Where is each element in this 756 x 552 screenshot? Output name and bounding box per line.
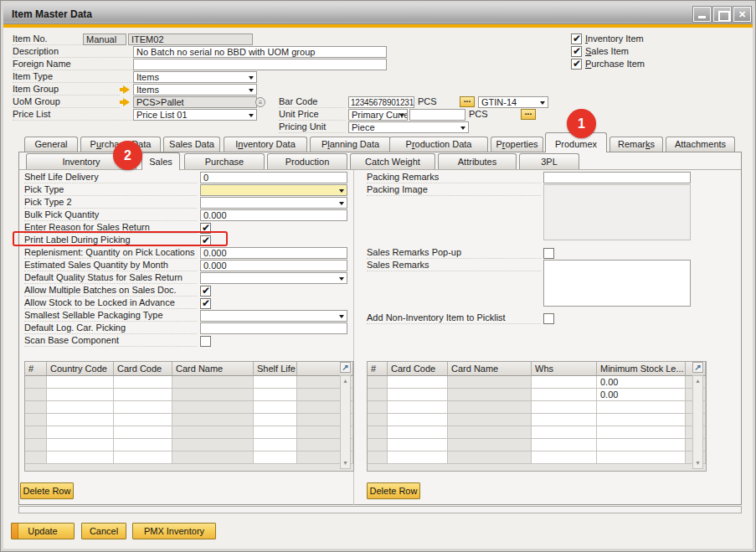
combo-smallest-sellable-packaging-type[interactable] bbox=[200, 310, 347, 322]
cell[interactable] bbox=[597, 426, 686, 439]
subtab-production[interactable]: Production bbox=[267, 153, 347, 169]
column-header-country-code[interactable]: Country Code bbox=[47, 362, 114, 376]
cell[interactable] bbox=[47, 376, 114, 389]
item-group-combo[interactable]: Items bbox=[133, 84, 257, 95]
item-no-mode-field[interactable]: Manual bbox=[83, 34, 126, 45]
cell[interactable] bbox=[368, 376, 388, 389]
cell[interactable] bbox=[25, 389, 47, 401]
bar-code-field[interactable]: 12345678901231 bbox=[348, 96, 414, 108]
cell[interactable] bbox=[532, 401, 597, 414]
cell[interactable] bbox=[172, 376, 254, 389]
field-replenisment-quantity-on-pick-locations[interactable]: 0.000 bbox=[200, 247, 347, 259]
tab-production-data[interactable]: Production Data bbox=[389, 137, 488, 152]
tab-remarks[interactable]: Remarks bbox=[609, 137, 663, 152]
cell[interactable] bbox=[172, 414, 254, 426]
delete-row-button-right[interactable]: Delete Row bbox=[367, 482, 420, 499]
cell[interactable] bbox=[172, 389, 254, 401]
cell[interactable] bbox=[448, 451, 532, 464]
update-button[interactable]: Update bbox=[11, 523, 75, 539]
cancel-button[interactable]: Cancel bbox=[81, 523, 126, 539]
cell[interactable] bbox=[388, 401, 448, 414]
cell[interactable] bbox=[25, 401, 47, 414]
title-bar[interactable]: Item Master Data bbox=[3, 3, 753, 24]
maximize-button[interactable] bbox=[713, 7, 731, 22]
foreign-name-field[interactable] bbox=[133, 59, 387, 70]
cell[interactable] bbox=[448, 426, 532, 439]
bar-code-type-combo[interactable]: GTIN-14 bbox=[478, 96, 548, 108]
scroll-up-icon[interactable]: ▲ bbox=[341, 376, 350, 386]
pmx-inventory-button[interactable]: PMX Inventory bbox=[132, 523, 216, 539]
cell[interactable] bbox=[388, 426, 448, 439]
checkbox-add-non-inventory[interactable] bbox=[543, 313, 554, 324]
checkbox-purchase-item[interactable] bbox=[571, 59, 582, 70]
subtab-attributes[interactable]: Attributes bbox=[438, 153, 517, 169]
checkbox-sales-remarks-popup[interactable] bbox=[543, 248, 554, 259]
tab-attachments[interactable]: Attachments bbox=[666, 137, 735, 152]
cell[interactable] bbox=[47, 439, 114, 451]
cell[interactable] bbox=[388, 376, 448, 389]
scroll-up-icon[interactable]: ▲ bbox=[693, 376, 702, 386]
field-estimated-sales-quantity-by-month[interactable]: 0.000 bbox=[200, 260, 347, 271]
cell[interactable] bbox=[25, 426, 47, 439]
cell[interactable] bbox=[254, 389, 297, 401]
cell[interactable] bbox=[448, 389, 532, 401]
column-header-[interactable]: # bbox=[25, 362, 47, 376]
cell[interactable] bbox=[532, 451, 597, 464]
combo-default-quality-status-for-sales-return[interactable] bbox=[200, 272, 347, 284]
field-default-log-car-picking[interactable] bbox=[200, 322, 347, 334]
cell[interactable] bbox=[172, 401, 254, 414]
cell[interactable] bbox=[114, 401, 172, 414]
cell[interactable] bbox=[388, 414, 448, 426]
bar-code-ellipsis-button[interactable]: ... bbox=[460, 96, 475, 107]
cell[interactable] bbox=[254, 451, 297, 464]
unit-price-currency-combo[interactable]: Primary Curre bbox=[348, 109, 408, 121]
unit-price-ellipsis-button[interactable]: ... bbox=[521, 109, 536, 120]
uom-group-field[interactable]: PCS>Pallet bbox=[133, 96, 257, 108]
tab-general[interactable]: General bbox=[24, 137, 78, 152]
expand-grid-icon[interactable]: ↗ bbox=[692, 362, 703, 373]
cell[interactable] bbox=[25, 414, 47, 426]
link-arrow-icon[interactable] bbox=[123, 98, 130, 106]
close-button[interactable] bbox=[733, 7, 751, 22]
checkbox-scan-base-component[interactable] bbox=[200, 336, 211, 347]
tab-inventory-data[interactable]: Inventory Data bbox=[224, 137, 307, 152]
checkbox-allow-stock-to-be-locked-in-advance[interactable] bbox=[200, 298, 211, 309]
cell[interactable] bbox=[388, 439, 448, 451]
link-arrow-icon[interactable] bbox=[123, 85, 130, 94]
column-header-shelf-life[interactable]: Shelf Life bbox=[254, 362, 297, 376]
cell[interactable] bbox=[388, 389, 448, 401]
expand-grid-icon[interactable]: ↗ bbox=[340, 362, 351, 373]
cell[interactable] bbox=[172, 439, 254, 451]
scroll-down-icon[interactable]: ▼ bbox=[693, 458, 702, 468]
cell[interactable] bbox=[254, 401, 297, 414]
checkbox-sales-item[interactable] bbox=[571, 46, 582, 57]
cell[interactable] bbox=[532, 389, 597, 401]
cell[interactable] bbox=[368, 426, 388, 439]
cell[interactable] bbox=[47, 426, 114, 439]
cell[interactable] bbox=[448, 376, 532, 389]
cell[interactable] bbox=[114, 426, 172, 439]
vertical-scrollbar[interactable]: ▲▼ bbox=[340, 375, 351, 469]
column-header-[interactable]: # bbox=[368, 362, 388, 376]
cell[interactable] bbox=[597, 401, 686, 414]
cell[interactable] bbox=[172, 426, 254, 439]
checkbox-allow-multiple-batches-on-sales-doc[interactable] bbox=[200, 286, 211, 297]
cell[interactable] bbox=[254, 376, 297, 389]
subtab-purchase[interactable]: Purchase bbox=[184, 153, 265, 169]
subtab-catch-weight[interactable]: Catch Weight bbox=[350, 153, 435, 169]
column-header-card-code[interactable]: Card Code bbox=[114, 362, 172, 376]
cell[interactable] bbox=[254, 414, 297, 426]
column-header-card-code[interactable]: Card Code bbox=[388, 362, 448, 376]
cell[interactable] bbox=[25, 376, 47, 389]
cell[interactable] bbox=[114, 414, 172, 426]
vertical-scrollbar[interactable]: ▲▼ bbox=[692, 375, 703, 469]
pricing-unit-combo[interactable]: Piece bbox=[348, 121, 469, 133]
field-shelf-life-delivery[interactable]: 0 bbox=[200, 172, 347, 183]
cell[interactable] bbox=[368, 414, 388, 426]
cell[interactable] bbox=[597, 451, 686, 464]
column-header-card-name[interactable]: Card Name bbox=[448, 362, 532, 376]
combo-pick-type[interactable] bbox=[200, 184, 347, 196]
cell[interactable] bbox=[532, 414, 597, 426]
packing-image-box[interactable] bbox=[543, 184, 691, 240]
cell[interactable] bbox=[25, 439, 47, 451]
